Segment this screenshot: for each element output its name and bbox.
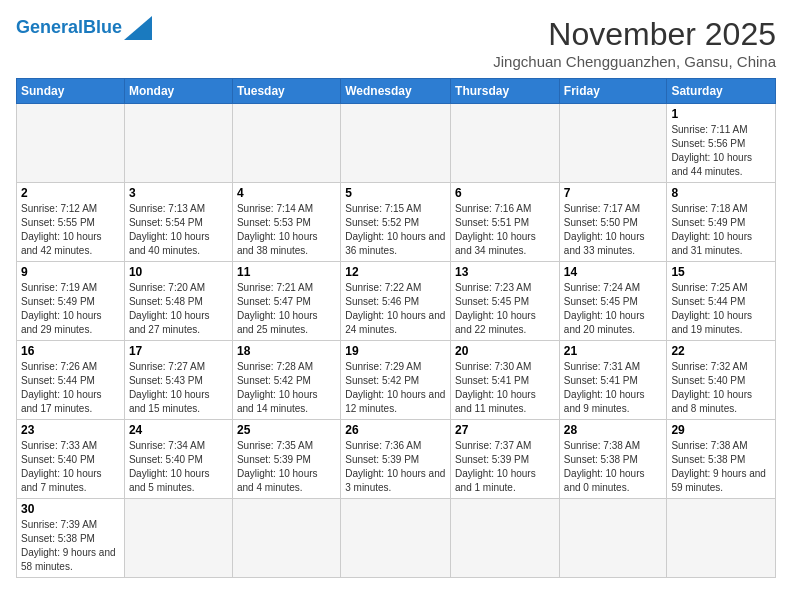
day-number: 24 [129,423,228,437]
day-info: Sunrise: 7:13 AM Sunset: 5:54 PM Dayligh… [129,202,228,258]
day-info: Sunrise: 7:23 AM Sunset: 5:45 PM Dayligh… [455,281,555,337]
day-number: 12 [345,265,446,279]
weekday-header-wednesday: Wednesday [341,79,451,104]
calendar-week-row: 23Sunrise: 7:33 AM Sunset: 5:40 PM Dayli… [17,420,776,499]
day-info: Sunrise: 7:32 AM Sunset: 5:40 PM Dayligh… [671,360,771,416]
day-info: Sunrise: 7:21 AM Sunset: 5:47 PM Dayligh… [237,281,336,337]
day-info: Sunrise: 7:19 AM Sunset: 5:49 PM Dayligh… [21,281,120,337]
day-info: Sunrise: 7:25 AM Sunset: 5:44 PM Dayligh… [671,281,771,337]
calendar-cell: 1Sunrise: 7:11 AM Sunset: 5:56 PM Daylig… [667,104,776,183]
day-info: Sunrise: 7:12 AM Sunset: 5:55 PM Dayligh… [21,202,120,258]
calendar-cell [667,499,776,578]
day-number: 5 [345,186,446,200]
day-number: 20 [455,344,555,358]
calendar-cell: 12Sunrise: 7:22 AM Sunset: 5:46 PM Dayli… [341,262,451,341]
calendar-cell [451,499,560,578]
calendar-cell: 30Sunrise: 7:39 AM Sunset: 5:38 PM Dayli… [17,499,125,578]
calendar-cell: 26Sunrise: 7:36 AM Sunset: 5:39 PM Dayli… [341,420,451,499]
month-title: November 2025 [493,16,776,53]
day-number: 8 [671,186,771,200]
day-info: Sunrise: 7:39 AM Sunset: 5:38 PM Dayligh… [21,518,120,574]
day-info: Sunrise: 7:26 AM Sunset: 5:44 PM Dayligh… [21,360,120,416]
calendar-cell: 24Sunrise: 7:34 AM Sunset: 5:40 PM Dayli… [124,420,232,499]
logo: GeneralBlue [16,16,152,40]
day-number: 27 [455,423,555,437]
calendar-cell [232,104,340,183]
day-info: Sunrise: 7:36 AM Sunset: 5:39 PM Dayligh… [345,439,446,495]
title-block: November 2025 Jingchuan Chengguanzhen, G… [493,16,776,70]
day-number: 1 [671,107,771,121]
calendar-cell [341,499,451,578]
calendar-cell [559,104,667,183]
calendar-cell: 28Sunrise: 7:38 AM Sunset: 5:38 PM Dayli… [559,420,667,499]
calendar-cell: 11Sunrise: 7:21 AM Sunset: 5:47 PM Dayli… [232,262,340,341]
day-number: 13 [455,265,555,279]
day-number: 26 [345,423,446,437]
calendar-cell: 9Sunrise: 7:19 AM Sunset: 5:49 PM Daylig… [17,262,125,341]
calendar-table: SundayMondayTuesdayWednesdayThursdayFrid… [16,78,776,578]
day-info: Sunrise: 7:33 AM Sunset: 5:40 PM Dayligh… [21,439,120,495]
day-info: Sunrise: 7:14 AM Sunset: 5:53 PM Dayligh… [237,202,336,258]
calendar-week-row: 1Sunrise: 7:11 AM Sunset: 5:56 PM Daylig… [17,104,776,183]
calendar-cell: 25Sunrise: 7:35 AM Sunset: 5:39 PM Dayli… [232,420,340,499]
day-info: Sunrise: 7:31 AM Sunset: 5:41 PM Dayligh… [564,360,663,416]
logo-text: GeneralBlue [16,18,122,38]
day-info: Sunrise: 7:17 AM Sunset: 5:50 PM Dayligh… [564,202,663,258]
calendar-cell: 8Sunrise: 7:18 AM Sunset: 5:49 PM Daylig… [667,183,776,262]
day-number: 3 [129,186,228,200]
day-number: 25 [237,423,336,437]
day-info: Sunrise: 7:28 AM Sunset: 5:42 PM Dayligh… [237,360,336,416]
logo-icon [124,16,152,40]
day-info: Sunrise: 7:34 AM Sunset: 5:40 PM Dayligh… [129,439,228,495]
calendar-cell: 19Sunrise: 7:29 AM Sunset: 5:42 PM Dayli… [341,341,451,420]
location: Jingchuan Chengguanzhen, Gansu, China [493,53,776,70]
day-number: 17 [129,344,228,358]
calendar-cell: 23Sunrise: 7:33 AM Sunset: 5:40 PM Dayli… [17,420,125,499]
day-number: 7 [564,186,663,200]
day-info: Sunrise: 7:30 AM Sunset: 5:41 PM Dayligh… [455,360,555,416]
day-number: 4 [237,186,336,200]
day-number: 9 [21,265,120,279]
day-info: Sunrise: 7:18 AM Sunset: 5:49 PM Dayligh… [671,202,771,258]
calendar-cell: 21Sunrise: 7:31 AM Sunset: 5:41 PM Dayli… [559,341,667,420]
day-info: Sunrise: 7:35 AM Sunset: 5:39 PM Dayligh… [237,439,336,495]
calendar-cell [17,104,125,183]
day-number: 28 [564,423,663,437]
calendar-cell: 29Sunrise: 7:38 AM Sunset: 5:38 PM Dayli… [667,420,776,499]
calendar-cell: 2Sunrise: 7:12 AM Sunset: 5:55 PM Daylig… [17,183,125,262]
page-header: GeneralBlue November 2025 Jingchuan Chen… [16,16,776,70]
calendar-cell: 7Sunrise: 7:17 AM Sunset: 5:50 PM Daylig… [559,183,667,262]
svg-marker-0 [124,16,152,40]
calendar-cell: 15Sunrise: 7:25 AM Sunset: 5:44 PM Dayli… [667,262,776,341]
day-info: Sunrise: 7:38 AM Sunset: 5:38 PM Dayligh… [671,439,771,495]
day-number: 15 [671,265,771,279]
day-number: 14 [564,265,663,279]
calendar-cell: 5Sunrise: 7:15 AM Sunset: 5:52 PM Daylig… [341,183,451,262]
day-number: 10 [129,265,228,279]
day-info: Sunrise: 7:29 AM Sunset: 5:42 PM Dayligh… [345,360,446,416]
calendar-body: 1Sunrise: 7:11 AM Sunset: 5:56 PM Daylig… [17,104,776,578]
weekday-header-row: SundayMondayTuesdayWednesdayThursdayFrid… [17,79,776,104]
logo-general: General [16,17,83,37]
calendar-cell [341,104,451,183]
calendar-cell: 3Sunrise: 7:13 AM Sunset: 5:54 PM Daylig… [124,183,232,262]
day-number: 30 [21,502,120,516]
day-number: 29 [671,423,771,437]
calendar-week-row: 9Sunrise: 7:19 AM Sunset: 5:49 PM Daylig… [17,262,776,341]
day-number: 19 [345,344,446,358]
calendar-cell [232,499,340,578]
calendar-cell: 10Sunrise: 7:20 AM Sunset: 5:48 PM Dayli… [124,262,232,341]
calendar-week-row: 16Sunrise: 7:26 AM Sunset: 5:44 PM Dayli… [17,341,776,420]
calendar-cell: 18Sunrise: 7:28 AM Sunset: 5:42 PM Dayli… [232,341,340,420]
day-number: 11 [237,265,336,279]
day-number: 23 [21,423,120,437]
calendar-cell: 4Sunrise: 7:14 AM Sunset: 5:53 PM Daylig… [232,183,340,262]
calendar-cell [124,104,232,183]
calendar-cell: 6Sunrise: 7:16 AM Sunset: 5:51 PM Daylig… [451,183,560,262]
weekday-header-monday: Monday [124,79,232,104]
weekday-header-thursday: Thursday [451,79,560,104]
day-info: Sunrise: 7:15 AM Sunset: 5:52 PM Dayligh… [345,202,446,258]
calendar-cell: 17Sunrise: 7:27 AM Sunset: 5:43 PM Dayli… [124,341,232,420]
calendar-cell [559,499,667,578]
day-info: Sunrise: 7:11 AM Sunset: 5:56 PM Dayligh… [671,123,771,179]
